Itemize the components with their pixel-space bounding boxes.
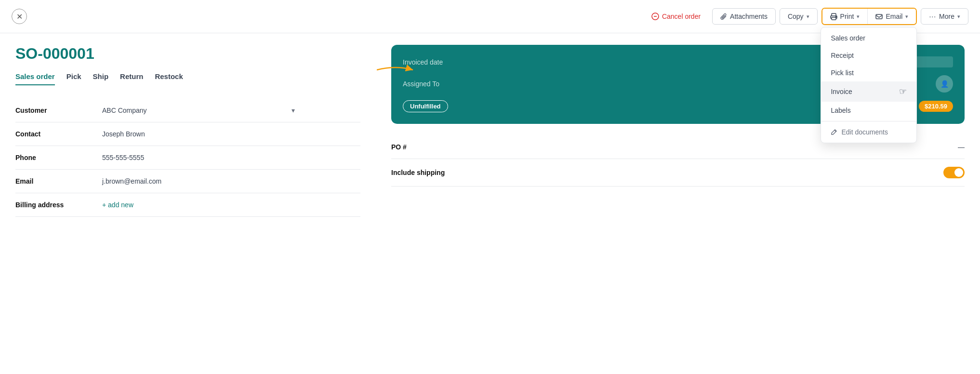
dropdown-item-edit-docs[interactable]: Edit documents	[821, 123, 916, 141]
shipping-row: Include shipping	[391, 159, 965, 187]
tab-restock[interactable]: Restock	[155, 72, 183, 85]
print-email-dropdown-container: Print ▾ Email ▾ Sales order	[821, 8, 917, 25]
attachments-label: Attachments	[730, 13, 768, 20]
email-button[interactable]: Email ▾	[868, 9, 916, 24]
print-label: Print	[840, 13, 854, 20]
phone-value: 555-555-5555	[102, 146, 360, 170]
copy-button[interactable]: Copy ▾	[780, 8, 818, 25]
edit-docs-icon	[831, 129, 837, 135]
billing-label: Billing address	[15, 193, 102, 217]
dropdown-divider	[821, 121, 916, 121]
attachments-button[interactable]: Attachments	[712, 8, 776, 25]
more-dots-icon: ···	[929, 13, 936, 20]
tab-pick[interactable]: Pick	[66, 72, 81, 85]
tab-ship[interactable]: Ship	[93, 72, 109, 85]
shipping-label: Include shipping	[391, 169, 445, 176]
attachment-icon	[720, 13, 727, 20]
dropdown-item-pick-list[interactable]: Pick list	[821, 64, 916, 81]
add-new-billing-link[interactable]: + add new	[102, 201, 133, 209]
labels-option-label: Labels	[831, 107, 850, 114]
customer-form: Customer ABC Company ▾ Contact Joseph Br…	[15, 99, 360, 217]
customer-value: ABC Company	[102, 107, 147, 114]
email-label: Email	[15, 170, 102, 193]
arrow-indicator	[377, 64, 415, 77]
email-icon	[875, 13, 883, 20]
svg-point-4	[835, 16, 836, 17]
cancel-order-label: Cancel order	[662, 13, 701, 20]
amount-badge[interactable]: $210.59	[919, 101, 953, 112]
order-id: SO-000001	[15, 45, 360, 63]
more-label: More	[939, 13, 954, 20]
po-value: —	[958, 143, 965, 151]
pick-list-option-label: Pick list	[831, 69, 853, 77]
billing-value: + add new	[102, 193, 360, 217]
email-row: Email j.brown@email.com	[15, 170, 360, 193]
cursor-icon: ☞	[899, 86, 907, 97]
svg-rect-5	[876, 14, 882, 19]
sales-order-option-label: Sales order	[831, 34, 865, 42]
edit-docs-label: Edit documents	[841, 128, 888, 136]
phone-label: Phone	[15, 146, 102, 170]
print-dropdown-menu: Sales order Receipt Pick list Invoice ☞ …	[821, 27, 917, 143]
cancel-icon	[651, 13, 659, 20]
svg-rect-3	[832, 17, 836, 20]
dropdown-item-sales-order[interactable]: Sales order	[821, 29, 916, 47]
copy-label: Copy	[788, 13, 804, 20]
customer-label: Customer	[15, 99, 102, 122]
customer-chevron-icon[interactable]: ▾	[291, 107, 295, 114]
contact-value: Joseph Brown	[102, 122, 360, 146]
left-panel: SO-000001 Sales order Pick Ship Return R…	[0, 33, 376, 228]
dropdown-item-labels[interactable]: Labels	[821, 102, 916, 119]
billing-row: Billing address + add new	[15, 193, 360, 217]
dropdown-item-receipt[interactable]: Receipt	[821, 47, 916, 64]
shipping-toggle[interactable]	[943, 167, 965, 178]
print-button[interactable]: Print ▾	[822, 9, 868, 24]
print-chevron-icon: ▾	[857, 13, 860, 20]
unfulfilled-badge[interactable]: Unfulfilled	[403, 100, 448, 112]
contact-row: Contact Joseph Brown	[15, 122, 360, 146]
customer-row: Customer ABC Company ▾	[15, 99, 360, 122]
dropdown-item-invoice[interactable]: Invoice ☞	[821, 81, 916, 102]
close-button[interactable]: ✕	[12, 9, 27, 24]
invoice-option-label: Invoice	[831, 88, 852, 95]
po-label: PO #	[391, 143, 407, 151]
tab-return[interactable]: Return	[120, 72, 143, 85]
svg-rect-2	[832, 13, 836, 16]
assigned-avatar[interactable]: 👤	[936, 75, 953, 93]
contact-label: Contact	[15, 122, 102, 146]
header-actions: Cancel order Attachments Copy ▾	[644, 8, 968, 25]
customer-value-cell: ABC Company ▾	[102, 99, 360, 122]
more-chevron-icon: ▾	[957, 13, 960, 20]
close-icon: ✕	[16, 12, 23, 21]
copy-chevron-icon: ▾	[807, 13, 809, 20]
more-button[interactable]: ··· More ▾	[921, 8, 968, 25]
email-label: Email	[886, 13, 902, 20]
printer-icon	[830, 13, 837, 20]
phone-row: Phone 555-555-5555	[15, 146, 360, 170]
receipt-option-label: Receipt	[831, 52, 853, 59]
assigned-to-label: Assigned To	[403, 80, 439, 88]
email-chevron-icon: ▾	[905, 13, 908, 20]
cancel-order-button[interactable]: Cancel order	[644, 9, 708, 24]
header: ✕ Cancel order Attachments Copy ▾	[0, 0, 980, 33]
tab-sales-order[interactable]: Sales order	[15, 72, 55, 85]
email-value: j.brown@email.com	[102, 170, 360, 193]
tab-bar: Sales order Pick Ship Return Restock	[15, 72, 360, 85]
